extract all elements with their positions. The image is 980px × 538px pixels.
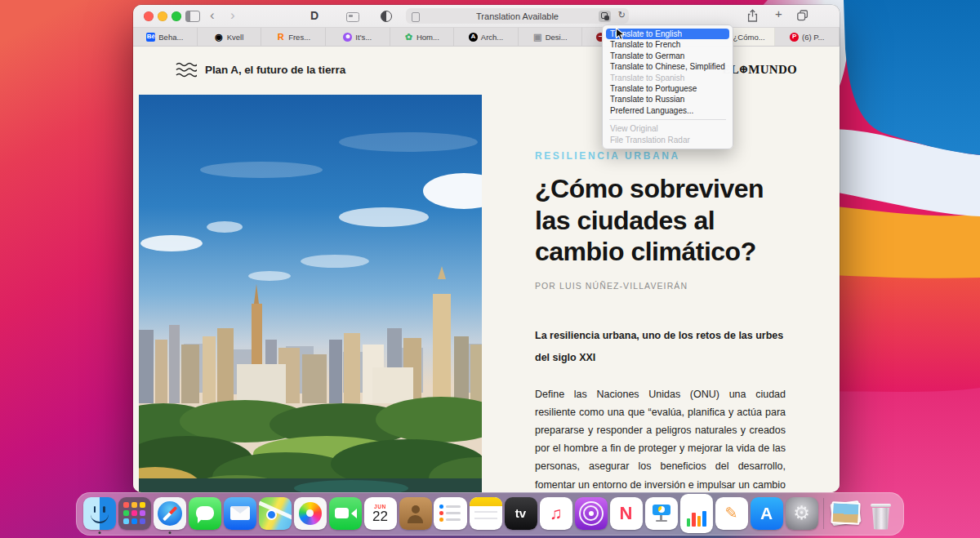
tab-overview-icon[interactable] [796, 9, 809, 22]
tab-homify[interactable]: ✿Hom... [390, 28, 455, 46]
its-favicon-icon: ☻ [343, 33, 352, 42]
extension-d-icon[interactable]: D [310, 9, 318, 22]
dock-safari[interactable] [153, 496, 186, 530]
page-icon [412, 12, 420, 22]
new-tab-button[interactable]: + [775, 7, 782, 20]
tab-pinterest[interactable]: P(6) P... [775, 28, 840, 46]
back-button[interactable]: ‹ [210, 6, 215, 25]
article-body: Define las Naciones Unidas (ONU) una ciu… [535, 385, 786, 493]
tab-kvell[interactable]: ◉Kvell [198, 28, 262, 46]
archdaily-favicon-icon: A [469, 33, 478, 42]
tab-label: Hom... [416, 33, 439, 42]
dock: JUN22tv♫N✎A⚙ [76, 492, 904, 536]
tab-label: It's... [355, 33, 372, 42]
tab-label: Beha... [158, 33, 183, 42]
menu-item-portuguese[interactable]: Translate to Portuguese [603, 83, 733, 94]
dock-music[interactable]: ♫ [539, 496, 572, 530]
reload-icon[interactable]: ↻ [618, 10, 626, 20]
photos-icon [294, 497, 327, 530]
tab-its[interactable]: ☻It's... [326, 28, 390, 46]
extension-password-icon[interactable] [346, 12, 359, 22]
zoom-window-button[interactable] [172, 11, 181, 21]
dock-maps[interactable] [258, 496, 292, 530]
news-icon: N [610, 497, 643, 530]
share-icon[interactable] [746, 9, 759, 23]
waves-logo-icon [176, 62, 197, 78]
web-page: Plan A, el futuro de la tierra EL⊕MUNDO [133, 47, 840, 492]
dock-tv[interactable]: tv [504, 496, 537, 530]
menu-separator [609, 119, 726, 120]
tab-label: (6) P... [802, 33, 824, 42]
address-bar[interactable]: Translation Available ↻ [406, 8, 629, 24]
dock-launchpad[interactable] [118, 496, 151, 530]
dock-messages[interactable] [188, 496, 221, 530]
dock-contacts[interactable] [399, 496, 432, 530]
dock-trash[interactable] [864, 496, 898, 530]
menu-item-spanish: Translate to Spanish [603, 73, 733, 83]
dock-podcasts[interactable] [574, 496, 608, 530]
forward-button[interactable]: › [230, 6, 235, 25]
address-text: Translation Available [406, 11, 629, 21]
dock-photos[interactable] [293, 496, 327, 530]
dock-facetime[interactable] [328, 496, 362, 530]
window-toolbar: ‹ › D Translation Available ↻ [133, 5, 840, 28]
homify-favicon-icon: ✿ [404, 33, 413, 42]
tab-label: ¿Cómo... [733, 33, 765, 42]
contacts-icon [399, 497, 432, 530]
article-headline: ¿Cómo sobreviven las ciudades al cambio … [535, 173, 786, 268]
minimize-window-button[interactable] [158, 11, 167, 21]
design-favicon-icon: ▣ [533, 33, 542, 42]
dock-settings[interactable]: ⚙ [785, 496, 818, 530]
dock-mail[interactable] [223, 496, 256, 530]
extension-password-detail [349, 15, 353, 17]
trash-icon [865, 497, 898, 530]
finder-icon [83, 497, 116, 530]
article-kicker: RESILIENCIA URBANA [535, 150, 786, 162]
dock-separator [823, 498, 824, 529]
launchpad-icon [118, 497, 151, 530]
close-window-button[interactable] [144, 11, 154, 21]
maps-icon [259, 497, 292, 530]
tab-freshworks[interactable]: RFres... [261, 28, 326, 46]
section-title: Plan A, el futuro de la tierra [205, 64, 345, 76]
tab-label: Fres... [288, 33, 310, 42]
tab-bar: BēBeha...◉KvellRFres...☻It's...✿Hom...AA… [133, 28, 840, 47]
dock-calendar[interactable]: JUN22 [363, 496, 397, 530]
article-byline: POR LUIS NÚÑEZ-VILLAVEIRÁN [535, 281, 786, 291]
facetime-icon [329, 497, 362, 530]
tab-behance[interactable]: BēBeha... [133, 28, 198, 46]
article: RESILIENCIA URBANA ¿Cómo sobreviven las … [535, 150, 786, 492]
numbers-icon [680, 494, 713, 533]
extension-darkmode-icon[interactable] [381, 11, 392, 22]
stack-icon [830, 497, 862, 530]
tv-icon: tv [505, 497, 537, 530]
podcasts-icon [575, 497, 608, 530]
notes-icon [470, 497, 502, 530]
sidebar-toggle-icon[interactable] [185, 11, 200, 22]
dock-notes[interactable] [469, 496, 502, 530]
tab-label: Kvell [227, 33, 244, 42]
pages-icon: ✎ [715, 497, 748, 530]
freshworks-favicon-icon: R [276, 33, 285, 42]
dock-finder[interactable] [82, 496, 116, 530]
dock-stack[interactable] [829, 496, 862, 530]
dock-pages[interactable]: ✎ [715, 496, 748, 530]
menu-item-preferred-languages[interactable]: Preferred Languages... [603, 105, 733, 116]
dock-news[interactable]: N [609, 496, 643, 530]
safari-window: ‹ › D Translation Available ↻ [133, 5, 840, 492]
menu-item-chinese-simplified[interactable]: Translate to Chinese, Simplified [603, 61, 733, 72]
translate-icon[interactable] [599, 11, 611, 22]
elmundo-logo[interactable]: EL⊕MUNDO [722, 63, 797, 77]
dock-appstore[interactable]: A [750, 496, 783, 530]
settings-icon: ⚙ [786, 497, 818, 530]
dock-reminders[interactable] [434, 496, 467, 530]
article-hero-image [139, 95, 482, 492]
messages-icon [189, 497, 221, 530]
pinterest-favicon-icon: P [790, 33, 799, 42]
dock-numbers[interactable] [679, 496, 713, 530]
tab-archdaily[interactable]: AArch... [454, 28, 519, 46]
menu-item-german[interactable]: Translate to German [603, 51, 733, 61]
dock-keynote[interactable] [644, 496, 678, 530]
menu-item-russian[interactable]: Translate to Russian [603, 94, 733, 104]
tab-design[interactable]: ▣Desi... [519, 28, 583, 46]
